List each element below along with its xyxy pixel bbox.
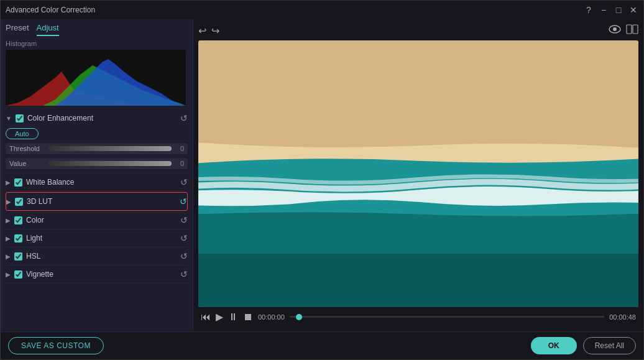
histogram-section: Histogram (1, 36, 193, 109)
eye-button[interactable] (609, 25, 621, 36)
color-title: Color (26, 216, 44, 224)
white-balance-section: ▶ White Balance ↺ (6, 173, 188, 192)
chevron-icon: ▶ (6, 198, 11, 205)
light-reset-button[interactable]: ↺ (180, 233, 188, 243)
3d-lut-checkbox[interactable] (15, 198, 23, 206)
help-button[interactable]: ? (584, 5, 594, 15)
tab-bar: Preset Adjust (1, 19, 193, 36)
title-bar: Advanced Color Correction ? − □ ✕ (1, 1, 643, 19)
play-button[interactable]: ▶ (216, 311, 223, 323)
progress-bar[interactable] (290, 316, 604, 318)
split-view-button[interactable] (626, 24, 638, 37)
3d-lut-title: 3D LUT (27, 197, 52, 206)
video-preview (198, 40, 638, 307)
color-checkbox[interactable] (14, 216, 22, 224)
chevron-icon: ▶ (6, 179, 11, 186)
minimize-button[interactable]: − (599, 5, 609, 15)
ok-button[interactable]: OK (531, 337, 577, 354)
3d-lut-header[interactable]: ▶ 3D LUT ↺ (6, 193, 187, 210)
panel-sections: ▼ Color Enhancement ↺ Auto Threshold 0 (1, 109, 193, 331)
hsl-header[interactable]: ▶ HSL ↺ (6, 247, 188, 265)
3d-lut-reset-button[interactable]: ↺ (180, 196, 187, 206)
light-section: ▶ Light ↺ (6, 229, 188, 247)
chevron-icon: ▶ (6, 235, 11, 242)
redo-button[interactable]: ↪ (211, 25, 219, 37)
video-placeholder (198, 40, 638, 307)
vignette-header[interactable]: ▶ Vignette ↺ (6, 265, 188, 283)
toolbar: ↩ ↪ (198, 24, 638, 37)
maximize-button[interactable]: □ (614, 5, 623, 15)
threshold-slider-container: Threshold 0 (6, 143, 188, 154)
threshold-value: 0 (177, 145, 184, 152)
undo-button[interactable]: ↩ (198, 25, 206, 37)
histogram-label: Histogram (6, 40, 188, 47)
value-slider-track[interactable] (48, 161, 172, 166)
3d-lut-section: ▶ 3D LUT ↺ (6, 192, 188, 211)
progress-thumb (296, 314, 302, 320)
color-enhancement-checkbox[interactable] (16, 114, 24, 122)
white-balance-title: White Balance (26, 178, 74, 187)
stop-button[interactable]: ⏹ (243, 312, 253, 323)
value-value: 0 (177, 160, 184, 167)
color-enhancement-section: ▼ Color Enhancement ↺ Auto Threshold 0 (6, 109, 188, 173)
bottom-bar: SAVE AS CUSTOM OK Reset All (1, 331, 643, 359)
value-label: Value (9, 160, 44, 167)
white-balance-header[interactable]: ▶ White Balance ↺ (6, 173, 188, 191)
threshold-slider-row: Threshold 0 (6, 143, 188, 154)
vignette-title: Vignette (26, 270, 53, 279)
chevron-icon: ▶ (6, 271, 11, 278)
time-end: 00:00:48 (609, 313, 636, 321)
auto-button[interactable]: Auto (6, 128, 39, 139)
light-header[interactable]: ▶ Light ↺ (6, 229, 188, 247)
pause-button[interactable]: ⏸ (228, 312, 238, 323)
eye-icon (609, 25, 621, 34)
value-slider-container: Value 0 (6, 158, 188, 169)
video-controls: ⏮ ▶ ⏸ ⏹ 00:00:00 00:00:48 (198, 307, 638, 326)
step-back-button[interactable]: ⏮ (201, 312, 211, 323)
vignette-section: ▶ Vignette ↺ (6, 265, 188, 284)
color-section: ▶ Color ↺ (6, 211, 188, 229)
svg-rect-4 (633, 25, 638, 34)
hsl-checkbox[interactable] (14, 252, 22, 261)
color-header[interactable]: ▶ Color ↺ (6, 211, 188, 229)
threshold-slider-track[interactable] (48, 146, 172, 151)
chevron-icon: ▶ (6, 253, 11, 260)
color-reset-button[interactable]: ↺ (180, 215, 188, 225)
color-enhancement-reset-button[interactable]: ↺ (180, 113, 188, 123)
left-panel: Preset Adjust Histogram (1, 19, 193, 331)
window-title: Advanced Color Correction (6, 6, 95, 14)
histogram-canvas (6, 50, 186, 106)
main-window: Advanced Color Correction ? − □ ✕ Preset… (0, 0, 644, 360)
hsl-reset-button[interactable]: ↺ (180, 251, 188, 261)
light-checkbox[interactable] (14, 234, 22, 242)
threshold-label: Threshold (9, 145, 44, 152)
svg-rect-3 (627, 25, 632, 34)
tab-preset[interactable]: Preset (6, 23, 29, 36)
chevron-icon: ▶ (6, 217, 11, 224)
white-balance-checkbox[interactable] (14, 178, 22, 187)
reset-all-button[interactable]: Reset All (583, 337, 636, 354)
hsl-title: HSL (26, 252, 40, 261)
right-panel: ↩ ↪ (193, 19, 643, 331)
close-button[interactable]: ✕ (628, 5, 638, 15)
value-slider-row: Value 0 (6, 158, 188, 169)
save-custom-button[interactable]: SAVE AS CUSTOM (8, 337, 104, 354)
svg-point-2 (613, 27, 617, 31)
content-area: Preset Adjust Histogram (1, 19, 643, 331)
white-balance-reset-button[interactable]: ↺ (180, 177, 188, 187)
split-icon (626, 24, 638, 34)
light-title: Light (26, 234, 42, 242)
color-enhancement-header[interactable]: ▼ Color Enhancement ↺ (6, 109, 188, 127)
vignette-reset-button[interactable]: ↺ (180, 269, 188, 279)
color-enhancement-title: Color Enhancement (27, 114, 93, 122)
tab-adjust[interactable]: Adjust (37, 23, 59, 36)
bottom-right-controls: OK Reset All (531, 337, 636, 354)
time-current: 00:00:00 (258, 313, 285, 321)
histogram-svg (6, 50, 186, 106)
beach-scene (198, 40, 638, 307)
chevron-icon: ▼ (6, 115, 12, 122)
vignette-checkbox[interactable] (14, 270, 22, 279)
svg-rect-6 (198, 254, 638, 307)
title-controls: ? − □ ✕ (584, 5, 638, 15)
hsl-section: ▶ HSL ↺ (6, 247, 188, 265)
